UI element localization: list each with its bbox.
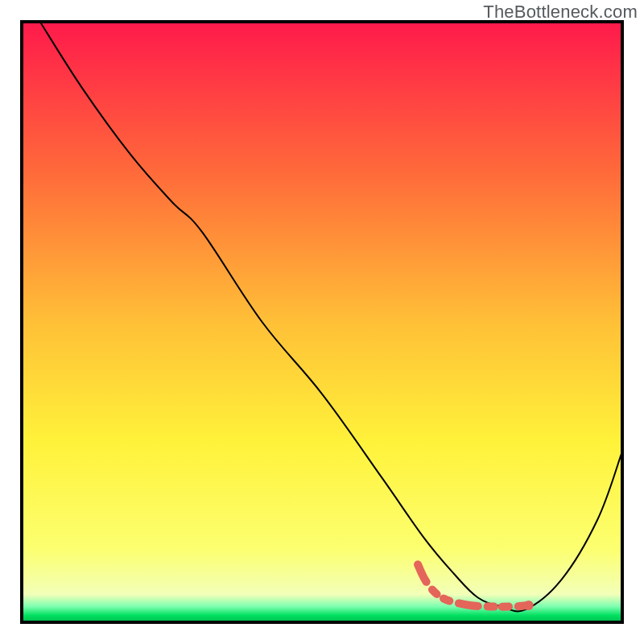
gradient-background: [23, 23, 621, 621]
red-dot: [524, 601, 534, 610]
chart-svg: [0, 0, 644, 644]
watermark-text: TheBottleneck.com: [483, 2, 638, 23]
chart-container: TheBottleneck.com: [0, 0, 644, 644]
